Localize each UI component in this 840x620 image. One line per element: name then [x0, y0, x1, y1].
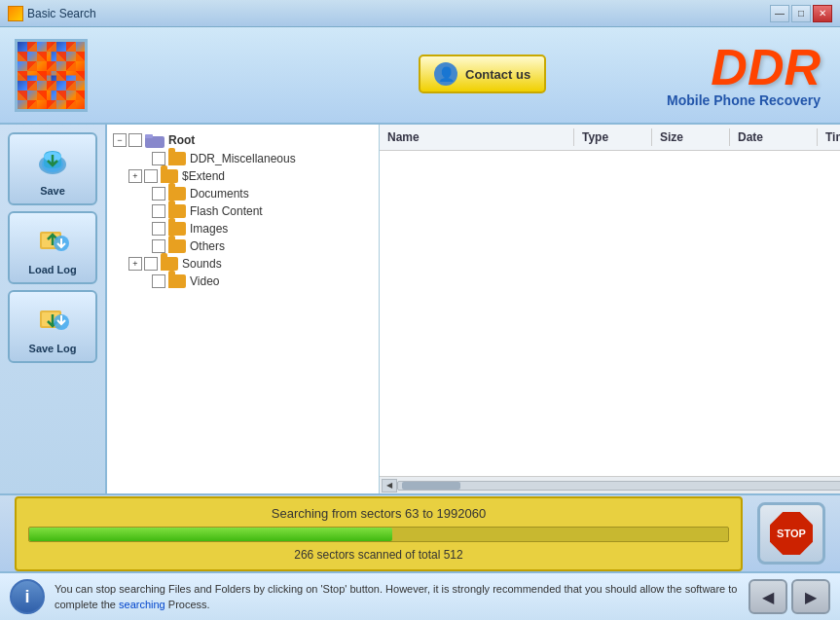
- ddr-misc-checkbox[interactable]: [152, 152, 165, 165]
- tree-expand-extend[interactable]: +: [128, 169, 142, 183]
- stop-button[interactable]: STOP: [757, 502, 825, 565]
- svg-rect-15: [145, 134, 153, 138]
- extend-checkbox[interactable]: [144, 169, 158, 183]
- contact-button[interactable]: 👤 Contact us: [419, 55, 546, 93]
- load-log-button[interactable]: Load Log: [8, 211, 97, 284]
- info-bar: i You can stop searching Files and Folde…: [0, 571, 840, 620]
- left-sidebar: Save Load Log: [0, 125, 107, 493]
- tree-root[interactable]: − Root: [111, 130, 375, 150]
- sounds-checkbox[interactable]: [144, 257, 158, 271]
- window-controls: — □ ✕: [770, 5, 832, 22]
- extend-label: $Extend: [182, 169, 225, 183]
- file-tree: − Root DDR_Miscellaneous + $Ex: [107, 125, 380, 493]
- brand-area: DDR Mobile Phone Recovery: [667, 42, 821, 108]
- nav-forward-button[interactable]: ▶: [791, 579, 830, 614]
- progress-area: Searching from sectors 63 to 1992060 266…: [0, 493, 840, 571]
- scrollbar-thumb[interactable]: [402, 482, 460, 490]
- sounds-label: Sounds: [182, 257, 222, 271]
- horizontal-scrollbar[interactable]: ◀ ▶: [380, 476, 840, 493]
- images-label: Images: [190, 222, 228, 236]
- video-folder-icon: [168, 274, 186, 288]
- nav-buttons: ◀ ▶: [749, 579, 830, 614]
- scrollbar-track[interactable]: [397, 481, 840, 491]
- col-header-size: Size: [652, 128, 730, 146]
- load-log-label: Load Log: [28, 264, 77, 275]
- col-header-name: Name: [380, 128, 574, 146]
- images-checkbox[interactable]: [152, 222, 165, 236]
- extend-folder-icon: [161, 169, 178, 183]
- app-icon: [8, 6, 23, 21]
- tree-item-documents[interactable]: Documents: [111, 185, 375, 202]
- file-list-header: Name Type Size Date Time: [380, 125, 840, 151]
- tree-expand-root[interactable]: −: [113, 133, 127, 147]
- logo-box: [15, 39, 88, 112]
- col-header-date: Date: [730, 128, 818, 146]
- col-header-time: Time: [818, 128, 840, 146]
- images-folder-icon: [168, 222, 186, 236]
- tree-item-flash[interactable]: Flash Content: [111, 202, 375, 220]
- minimize-button[interactable]: —: [770, 5, 789, 22]
- ddr-misc-folder-icon: [168, 152, 186, 165]
- tree-item-ddr-misc[interactable]: DDR_Miscellaneous: [111, 150, 375, 167]
- others-checkbox[interactable]: [152, 239, 165, 253]
- others-label: Others: [190, 239, 225, 253]
- load-log-icon: [33, 221, 72, 260]
- tree-item-video[interactable]: Video: [111, 273, 375, 290]
- close-button[interactable]: ✕: [813, 5, 832, 22]
- file-list-area: Name Type Size Date Time ◀ ▶: [380, 125, 840, 493]
- root-checkbox[interactable]: [128, 133, 142, 147]
- tree-item-images[interactable]: Images: [111, 220, 375, 237]
- save-log-button[interactable]: Save Log: [8, 290, 97, 363]
- progress-box: Searching from sectors 63 to 1992060 266…: [15, 496, 743, 571]
- documents-checkbox[interactable]: [152, 187, 165, 201]
- main-content: 👤 Contact us DDR Mobile Phone Recovery: [0, 27, 840, 620]
- col-header-type: Type: [574, 128, 652, 146]
- video-checkbox[interactable]: [152, 274, 165, 288]
- flash-checkbox[interactable]: [152, 204, 165, 218]
- title-bar: Basic Search — □ ✕: [0, 0, 840, 27]
- ddr-misc-label: DDR_Miscellaneous: [190, 152, 296, 165]
- save-label: Save: [40, 185, 65, 197]
- tree-expand-sounds[interactable]: +: [128, 257, 142, 271]
- tree-item-others[interactable]: Others: [111, 237, 375, 255]
- info-highlight: searching: [119, 599, 165, 610]
- tree-item-sounds[interactable]: + Sounds: [111, 255, 375, 273]
- flash-label: Flash Content: [190, 204, 263, 218]
- working-area: Save Load Log: [0, 125, 840, 493]
- info-icon: i: [10, 579, 45, 614]
- flash-folder-icon: [168, 204, 186, 218]
- restore-button[interactable]: □: [791, 5, 811, 22]
- save-button[interactable]: Save: [8, 132, 97, 205]
- scroll-left-button[interactable]: ◀: [382, 479, 397, 492]
- file-list-body: [380, 151, 840, 476]
- progress-bar-container: [28, 527, 729, 542]
- progress-line1: Searching from sectors 63 to 1992060: [28, 506, 729, 521]
- contact-icon: 👤: [434, 62, 457, 86]
- stop-sign-icon: STOP: [770, 512, 813, 555]
- info-text: You can stop searching Files and Folders…: [55, 581, 739, 613]
- root-folder-icon: [145, 132, 164, 148]
- root-label: Root: [168, 133, 195, 147]
- window-title: Basic Search: [27, 7, 96, 20]
- progress-bar-fill: [29, 528, 392, 541]
- brand-name: DDR: [667, 42, 821, 92]
- progress-line2: 266 sectors scanned of total 512: [28, 548, 729, 562]
- video-label: Video: [190, 274, 219, 288]
- title-bar-left: Basic Search: [8, 6, 96, 21]
- logo-checkerboard: [18, 42, 85, 109]
- save-log-icon: [33, 300, 72, 339]
- brand-subtitle: Mobile Phone Recovery: [667, 92, 821, 108]
- documents-folder-icon: [168, 187, 186, 201]
- save-log-label: Save Log: [29, 343, 77, 354]
- documents-label: Documents: [190, 187, 249, 201]
- others-folder-icon: [168, 239, 186, 253]
- save-icon: [33, 142, 72, 181]
- header-area: 👤 Contact us DDR Mobile Phone Recovery: [0, 27, 840, 125]
- nav-back-button[interactable]: ◀: [749, 579, 787, 614]
- sounds-folder-icon: [161, 257, 178, 271]
- tree-item-extend[interactable]: + $Extend: [111, 167, 375, 185]
